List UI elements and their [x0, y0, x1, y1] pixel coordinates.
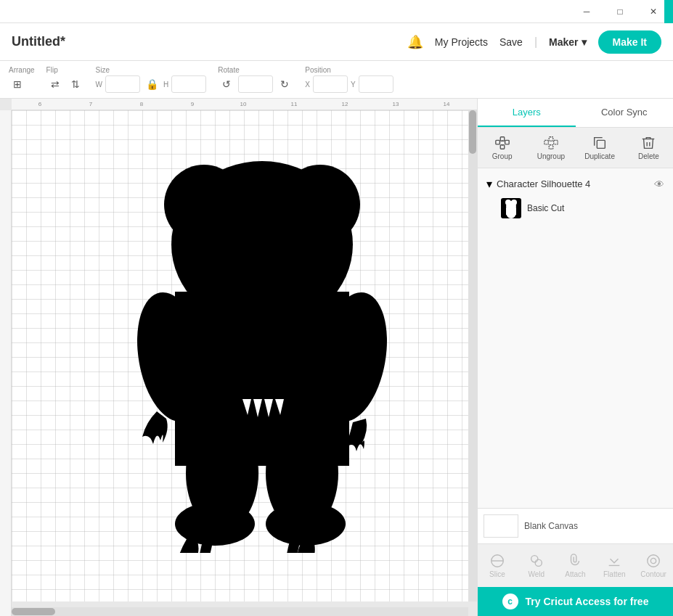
x-input[interactable] [313, 75, 348, 93]
size-controls: W 🔒 H [96, 75, 207, 93]
flip-h-icon[interactable]: ⇄ [46, 75, 64, 93]
ruler-num-14: 14 [421, 101, 472, 107]
group-button[interactable]: Group [478, 131, 526, 165]
position-controls: X Y [305, 75, 393, 93]
position-section: Position X Y [305, 66, 393, 93]
app-header: Untitled* 🔔 My Projects Save | Maker ▾ M… [0, 23, 673, 61]
cricut-access-bar[interactable]: c Try Cricut Access for free [478, 587, 673, 616]
weld-button[interactable]: Weld [517, 547, 556, 584]
arrange-controls: ⊞ [9, 75, 35, 93]
header-nav: 🔔 My Projects Save | Maker ▾ Make It [407, 30, 661, 54]
collapse-icon: ▾ [486, 177, 492, 191]
horizontal-scrollbar[interactable] [12, 607, 468, 616]
visibility-eye-icon[interactable]: 👁 [654, 178, 664, 190]
x-label: X [305, 81, 310, 89]
attach-icon [567, 553, 583, 569]
rotate-input[interactable] [238, 75, 273, 93]
svg-rect-13 [505, 140, 509, 144]
cricut-logo: c [502, 594, 518, 609]
ruler-num-10: 10 [218, 101, 269, 107]
arrange-section: Arrange ⊞ [9, 66, 35, 93]
ungroup-button[interactable]: Ungroup [526, 131, 575, 165]
vertical-scroll-thumb[interactable] [469, 110, 476, 154]
delete-button[interactable]: Delete [624, 131, 673, 165]
ruler-num-8: 8 [116, 101, 167, 107]
contour-button[interactable]: Contour [634, 547, 673, 584]
weld-icon [529, 553, 544, 569]
svg-rect-24 [597, 140, 605, 148]
svg-rect-11 [215, 306, 309, 350]
blank-canvas-section: Blank Canvas [478, 508, 673, 543]
ruler-horizontal: 6 7 8 9 10 11 12 13 14 [12, 99, 477, 110]
ruler-num-12: 12 [319, 101, 370, 107]
y-label: Y [351, 81, 356, 89]
blank-canvas-label: Blank Canvas [524, 521, 578, 531]
size-label: Size [96, 66, 207, 74]
horizontal-scroll-thumb[interactable] [12, 608, 55, 615]
bear-silhouette[interactable] [135, 132, 389, 553]
svg-rect-29 [506, 208, 516, 215]
svg-rect-22 [549, 137, 553, 141]
arrange-label: Arrange [9, 66, 35, 74]
notification-bell-icon[interactable]: 🔔 [407, 34, 423, 50]
make-it-button[interactable]: Make It [598, 30, 661, 54]
svg-rect-12 [495, 140, 499, 144]
slice-button[interactable]: Slice [478, 547, 517, 584]
panel-tabs: Layers Color Sync [478, 99, 673, 128]
cricut-logo-bar [664, 0, 673, 23]
layer-item-name: Basic Cut [527, 203, 564, 213]
slice-icon [489, 553, 505, 569]
blank-canvas-thumbnail [484, 514, 518, 538]
maker-button[interactable]: Maker ▾ [549, 36, 586, 48]
svg-point-35 [648, 555, 660, 567]
ruler-num-11: 11 [269, 101, 319, 107]
lock-icon[interactable]: 🔒 [143, 75, 160, 93]
attach-button[interactable]: Attach [556, 547, 595, 584]
flip-section: Flip ⇄ ⇅ [46, 66, 84, 93]
layer-item-basic-cut[interactable]: Basic Cut [484, 194, 667, 223]
ruler-vertical [0, 110, 12, 616]
arrange-icon-btn[interactable]: ⊞ [9, 75, 26, 93]
my-projects-link[interactable]: My Projects [435, 36, 488, 48]
y-input[interactable] [359, 75, 393, 93]
minimize-button[interactable]: ─ [570, 0, 603, 23]
delete-icon [640, 135, 656, 151]
svg-point-36 [650, 558, 656, 563]
group-icon [494, 135, 510, 151]
panel-toolbar: Group Ungroup Duplicate [478, 128, 673, 168]
width-input[interactable] [105, 75, 140, 93]
layer-group-character: ▾ Character Silhouette 4 👁 [478, 171, 673, 226]
svg-rect-20 [544, 140, 549, 144]
svg-point-33 [535, 559, 542, 566]
vertical-scrollbar[interactable] [468, 110, 477, 601]
tab-color-sync[interactable]: Color Sync [576, 99, 674, 127]
toolbar: Arrange ⊞ Flip ⇄ ⇅ Size W 🔒 H Rotate ↺ ↻… [0, 61, 673, 99]
svg-rect-21 [554, 140, 558, 144]
layer-group-name: Character Silhouette 4 [497, 178, 650, 189]
flatten-icon [606, 553, 622, 569]
rotate-ccw-icon[interactable]: ↺ [218, 75, 235, 93]
nav-divider: | [534, 36, 537, 49]
svg-rect-23 [549, 145, 553, 149]
main-layout: 6 7 8 9 10 11 12 13 14 [0, 99, 673, 616]
save-link[interactable]: Save [499, 36, 523, 48]
h-label: H [163, 81, 168, 89]
layer-thumbnail [501, 198, 521, 218]
rotate-label: Rotate [218, 66, 293, 74]
layer-group-header[interactable]: ▾ Character Silhouette 4 👁 [484, 174, 667, 194]
flatten-button[interactable]: Flatten [595, 547, 634, 584]
ruler-num-6: 6 [15, 101, 65, 107]
height-input[interactable] [171, 75, 206, 93]
contour-icon [645, 553, 661, 569]
rotate-cw-icon[interactable]: ↻ [276, 75, 293, 93]
duplicate-button[interactable]: Duplicate [576, 131, 624, 165]
maximize-button[interactable]: □ [603, 0, 637, 23]
ruler-num-9: 9 [167, 101, 218, 107]
flip-v-icon[interactable]: ⇅ [67, 75, 84, 93]
canvas-area[interactable]: 6 7 8 9 10 11 12 13 14 [0, 99, 477, 616]
design-canvas[interactable] [12, 110, 477, 601]
chevron-down-icon: ▾ [582, 36, 587, 48]
ruler-num-7: 7 [65, 101, 116, 107]
ungroup-icon [543, 135, 559, 151]
tab-layers[interactable]: Layers [478, 99, 576, 127]
